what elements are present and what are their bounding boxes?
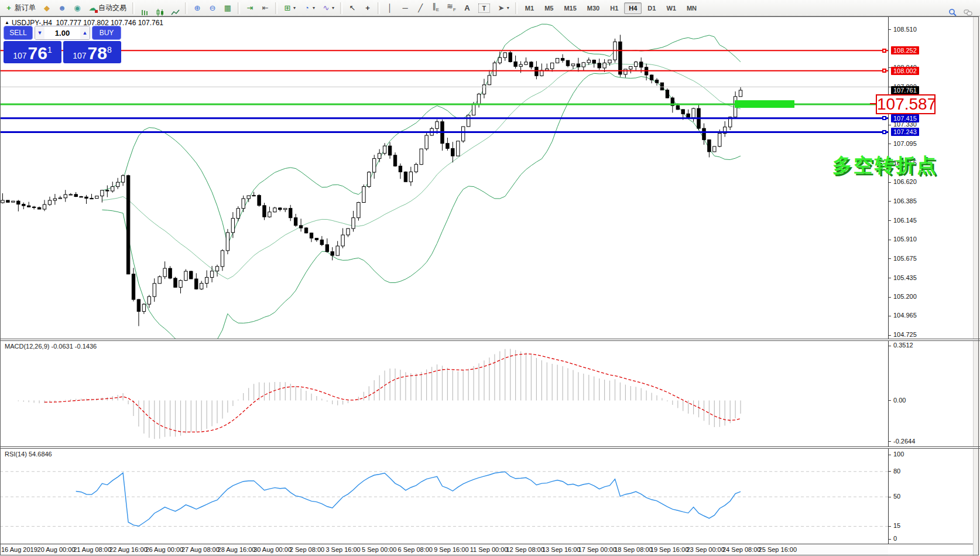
- toolbar-separator: [515, 2, 518, 14]
- buy-button[interactable]: BUY: [92, 26, 121, 40]
- one-click-trading-panel: SELL ▼ 1.00 ▲ BUY 107761 107788: [4, 26, 121, 63]
- trendline-button[interactable]: ╱: [413, 2, 427, 14]
- data-window-icon-icon: ◆: [43, 4, 51, 12]
- search-button[interactable]: [945, 6, 960, 10]
- line-end-marker[interactable]: [882, 116, 886, 120]
- horizontal-line-button[interactable]: ─: [398, 2, 412, 14]
- price-line-label: 107.243: [891, 128, 919, 136]
- line-end-marker[interactable]: [882, 69, 886, 73]
- volume-increase-button[interactable]: ▲: [80, 26, 90, 39]
- timeframe-mn[interactable]: MN: [682, 2, 701, 14]
- rsi-tick-label: 50: [893, 493, 900, 500]
- new-order-button-label: 新订单: [15, 3, 36, 13]
- timeframe-m1[interactable]: M1: [520, 2, 539, 14]
- timeframe-m15[interactable]: M15: [559, 2, 581, 14]
- line-end-marker[interactable]: [882, 49, 886, 53]
- toolbar-group: ⊞▾◔▾∿▾: [280, 2, 338, 14]
- toolbar: +新订单◆☻◉☁自动交易⊕⊖▦⇥⇤⊞▾◔▾∿▾↖+│─╱∥E≋FAT➤▾M1M5…: [0, 0, 980, 16]
- signals-icon[interactable]: ◉: [70, 2, 84, 14]
- toolbar-right: [945, 6, 979, 10]
- buy-price[interactable]: 107788: [63, 41, 121, 63]
- periods-button[interactable]: ◔▾: [300, 2, 318, 14]
- timeframe-m30[interactable]: M30: [582, 2, 604, 14]
- chart-collapse-icon[interactable]: ▲: [5, 20, 9, 25]
- volume-decrease-button[interactable]: ▼: [35, 26, 44, 39]
- pivot-zone-rectangle[interactable]: [735, 100, 794, 108]
- timeframe-h4[interactable]: H4: [624, 2, 642, 14]
- horizontal-line-icon: ─: [401, 4, 409, 12]
- line-end-marker[interactable]: [882, 130, 886, 134]
- toolbar-group: +新订单◆☻◉☁自动交易: [1, 1, 130, 15]
- price-tick: [889, 125, 891, 125]
- auto-scroll-icon: ⇥: [246, 4, 254, 12]
- zoom-in-button[interactable]: ⊕: [190, 2, 204, 14]
- chart-shift-button[interactable]: ⇤: [258, 2, 272, 14]
- text-label-icon: T: [478, 4, 490, 13]
- price-chart[interactable]: [0, 16, 888, 339]
- fibonacci-button[interactable]: ≋F: [444, 1, 459, 16]
- shapes-button[interactable]: ➤▾: [494, 2, 512, 14]
- sell-button[interactable]: SELL: [4, 26, 33, 40]
- panel-splitter[interactable]: [0, 446, 980, 449]
- rsi-tick-label: 80: [893, 468, 900, 475]
- profile-icon[interactable]: ☻: [55, 2, 69, 14]
- toolbar-group: [137, 6, 183, 10]
- rsi-value: 54.6846: [29, 451, 52, 458]
- panel-splitter[interactable]: [0, 339, 980, 341]
- rsi-line: [76, 472, 741, 526]
- autotrading-icon: ☁: [88, 4, 97, 12]
- date-label: 12 Sep 08:00: [506, 546, 544, 553]
- zoom-out-button[interactable]: ⊖: [205, 2, 220, 14]
- new-chart-button[interactable]: ⊞▾: [280, 2, 299, 14]
- rsi-title: RSI(14) 54.6846: [5, 451, 52, 458]
- line-chart-button[interactable]: [168, 6, 182, 10]
- timeframe-h1[interactable]: H1: [605, 2, 623, 14]
- dropdown-caret-icon: ▾: [507, 5, 509, 11]
- volume-input[interactable]: 1.00: [44, 26, 80, 39]
- autotrading-button[interactable]: ☁自动交易: [85, 1, 129, 15]
- toolbar-group: ⇥⇤: [242, 2, 273, 14]
- price-tick-label: 105.435: [893, 274, 917, 281]
- macd-tick-label: 0.00: [893, 397, 906, 404]
- text-button[interactable]: A: [460, 2, 474, 14]
- rsi-tick: [889, 455, 891, 455]
- crosshair-button[interactable]: +: [361, 2, 375, 14]
- zoom-out-icon: ⊖: [208, 4, 217, 12]
- price-tick-label: 106.145: [893, 217, 917, 224]
- dropdown-caret-icon: ▾: [293, 5, 296, 11]
- data-window-icon[interactable]: ◆: [40, 2, 54, 14]
- signals-icon-icon: ◉: [73, 4, 81, 12]
- price-tick: [889, 29, 891, 30]
- chat-button[interactable]: [961, 6, 975, 10]
- vertical-line-icon: │: [386, 4, 394, 12]
- candlestick-chart-button[interactable]: [153, 6, 167, 10]
- indicators-button[interactable]: ∿▾: [319, 2, 337, 14]
- channel-button[interactable]: ∥E: [429, 1, 443, 16]
- rsi-tick: [889, 471, 891, 472]
- timeframe-d1[interactable]: D1: [643, 2, 660, 14]
- timeframe-w1[interactable]: W1: [662, 2, 681, 14]
- new-order-button[interactable]: +新订单: [2, 1, 39, 15]
- macd-panel[interactable]: [0, 341, 888, 446]
- text-label-button[interactable]: T: [475, 2, 493, 15]
- price-tick-label: 108.510: [893, 26, 917, 33]
- auto-scroll-button[interactable]: ⇥: [243, 2, 257, 14]
- rsi-tick: [889, 539, 891, 540]
- tile-windows-button[interactable]: ▦: [221, 2, 235, 14]
- price-annotation-box[interactable]: 107.587: [876, 94, 936, 114]
- rsi-tick-label: 15: [893, 522, 900, 529]
- date-label: 6 Sep 08:00: [398, 546, 433, 553]
- vertical-line-button[interactable]: │: [383, 2, 397, 14]
- rsi-panel[interactable]: [0, 449, 888, 544]
- turning-point-label[interactable]: 多空转折点: [832, 152, 938, 179]
- price-tick: [889, 316, 891, 316]
- price-tick: [889, 278, 891, 278]
- periods-icon: ◔: [303, 4, 311, 12]
- toolbar-separator: [378, 2, 380, 14]
- macd-tick-label: -0.2644: [893, 438, 915, 445]
- bar-chart-button[interactable]: [138, 6, 152, 10]
- sell-price[interactable]: 107761: [4, 41, 61, 63]
- cursor-button[interactable]: ↖: [345, 2, 359, 14]
- date-label: 22 Aug 16:00: [109, 546, 148, 553]
- timeframe-m5[interactable]: M5: [540, 2, 558, 14]
